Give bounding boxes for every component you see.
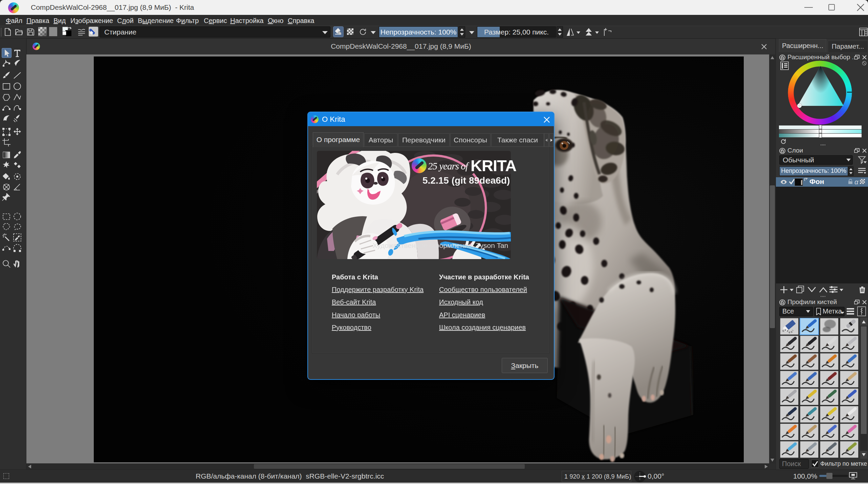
svg-text:Художественное оформление: Tys: Художественное оформление: Tyson Tan	[373, 241, 508, 249]
